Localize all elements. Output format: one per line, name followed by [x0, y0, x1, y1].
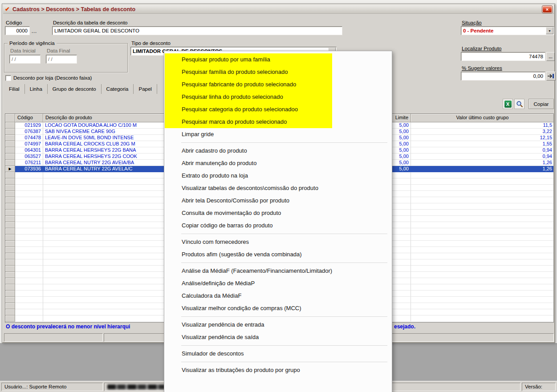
apply-suggest-button[interactable]	[546, 72, 556, 81]
menu-item[interactable]: Pesquisar produto por uma família	[165, 53, 391, 66]
descricao-field[interactable]: LIMITADOR GERAL DE DESCONTO	[52, 26, 342, 35]
export-excel-button[interactable]: X	[503, 99, 513, 109]
row-marker	[5, 272, 15, 278]
cell-valor	[411, 234, 554, 241]
excel-icon: X	[504, 101, 512, 108]
codigo-value: 0000	[16, 28, 28, 33]
situacao-label: Situação	[462, 20, 482, 25]
cell-valor	[411, 272, 554, 278]
header-codigo[interactable]: Código	[15, 114, 43, 122]
menu-item[interactable]: Limpar gride	[165, 128, 391, 141]
sugerir-field[interactable]: 0,00	[461, 72, 545, 81]
cell-codigo	[15, 178, 43, 185]
menu-item[interactable]: Pesquisar família do produto selecionado	[165, 66, 391, 78]
menu-item[interactable]: Pesquisar categoria do produto seleciona…	[165, 103, 391, 116]
menu-item[interactable]: Copiar código de barras do produto	[165, 219, 391, 232]
row-marker	[5, 247, 15, 253]
row-marker	[5, 222, 15, 228]
cell-codigo	[15, 315, 43, 322]
tab-filial[interactable]: Filial	[4, 84, 25, 94]
menu-item[interactable]: Visualizar pendência de saída	[165, 331, 391, 344]
cell-codigo	[15, 303, 43, 309]
menu-separator	[181, 316, 387, 317]
row-marker	[5, 203, 15, 210]
menu-separator	[181, 263, 387, 263]
row-marker	[5, 135, 15, 141]
header-marker	[5, 114, 15, 122]
row-marker	[5, 147, 15, 154]
codigo-browse-button[interactable]: ...	[32, 28, 37, 34]
menu-item[interactable]: Visualizar melhor condição de compras (M…	[165, 302, 391, 315]
apply-suggest-icon	[548, 73, 554, 79]
desconto-loja-label: Desconto por loja (Desconto faixa)	[13, 75, 92, 81]
row-marker	[5, 291, 15, 297]
menu-item[interactable]: Abrir cadastro do produto	[165, 145, 391, 157]
menu-item[interactable]: Análise/definição de MédiaP	[165, 277, 391, 290]
sugerir-label: % Sugerir valores	[462, 65, 502, 71]
periodo-label: Período de vigência	[8, 40, 57, 46]
menu-item[interactable]: Pesquisar fabricante do produto selecion…	[165, 78, 391, 91]
copiar-button[interactable]: Copiar	[529, 99, 554, 109]
menu-item[interactable]: Abrir manutenção do produto	[165, 157, 391, 170]
situacao-combo[interactable]: 0 - Pendente ▼	[461, 26, 554, 35]
statusbar-user-cell: Usuário...: Suporte Remoto	[1, 383, 103, 391]
menu-item[interactable]: Extrato do produto na loja	[165, 170, 391, 182]
situacao-dropdown-icon[interactable]: ▼	[546, 27, 553, 34]
cell-valor	[411, 228, 554, 234]
menu-separator	[181, 142, 387, 143]
cell-codigo	[15, 247, 43, 253]
row-marker	[5, 234, 15, 241]
search-product-button[interactable]	[514, 99, 524, 109]
menu-item[interactable]: Visualizar as tributações do produto por…	[165, 364, 391, 376]
row-marker	[5, 160, 15, 166]
tab-papel[interactable]: Papel	[134, 84, 157, 94]
statusbar-version-text: Versão:	[525, 384, 542, 389]
cell-valor: 11,5	[411, 122, 554, 129]
tab-grupo-desconto[interactable]: Grupo de desconto	[48, 84, 102, 94]
menu-item[interactable]: Vínculo com fornecedores	[165, 236, 391, 248]
menu-item[interactable]: Pesquisar linha do produto selecionado	[165, 91, 391, 103]
data-final-label: Data Final	[47, 48, 70, 53]
header-valor[interactable]: Valor último custo grupo	[411, 114, 554, 122]
row-marker	[5, 185, 15, 191]
menu-item[interactable]: Abrir tela Desconto/Comissão por produto	[165, 194, 391, 207]
menu-separator	[181, 234, 387, 234]
cell-codigo: 064301	[15, 147, 43, 154]
menu-item[interactable]: Análise da MédiaF (Faceamento/Financiame…	[165, 265, 391, 277]
menu-item[interactable]: Visualizar pendência de entrada	[165, 319, 391, 331]
menu-item[interactable]: Simulador de descontos	[165, 348, 391, 360]
descricao-value: LIMITADOR GERAL DE DESCONTO	[54, 28, 139, 33]
row-marker	[5, 241, 15, 247]
cell-codigo	[15, 234, 43, 241]
cell-codigo: 074997	[15, 141, 43, 147]
cell-codigo	[15, 297, 43, 303]
desconto-loja-checkbox[interactable]	[5, 75, 11, 81]
row-marker	[5, 228, 15, 234]
row-marker	[5, 172, 15, 178]
cell-codigo: 021929	[15, 122, 43, 129]
close-button[interactable]: ×	[542, 6, 552, 13]
statusbar-user-text: Usuário...: Suporte Remoto	[4, 384, 66, 389]
cell-codigo: 076387	[15, 129, 43, 135]
menu-item[interactable]: Consulta de movimentação do produto	[165, 207, 391, 219]
menu-item[interactable]: Pesquisar marca do produto selecionado	[165, 116, 391, 128]
cell-valor: 12,15	[411, 135, 554, 141]
menu-separator	[181, 362, 387, 362]
cell-valor: 1,55	[411, 141, 554, 147]
localizar-field[interactable]: 74478	[461, 52, 545, 61]
menu-item[interactable]: Visualizar tabelas de descontos\comissão…	[165, 182, 391, 194]
menu-item[interactable]: Calculadora da MédiaF	[165, 290, 391, 302]
localizar-browse-button[interactable]: ...	[546, 52, 555, 61]
cell-valor	[411, 210, 554, 216]
cell-codigo: 073936	[15, 166, 43, 172]
tab-categoria[interactable]: Categoria	[102, 84, 134, 94]
data-final-field[interactable]: / /	[46, 55, 77, 64]
window-titlebar[interactable]: ✔ Cadastros > Descontos > Tabelas de des…	[3, 5, 554, 14]
cell-valor	[411, 259, 554, 266]
cell-valor	[411, 185, 554, 191]
menu-item[interactable]: Produtos afim (sugestão de venda combina…	[165, 248, 391, 261]
tab-linha[interactable]: Linha	[25, 84, 48, 94]
data-inicial-field[interactable]: / /	[9, 55, 41, 64]
codigo-field[interactable]: 0000	[5, 26, 30, 35]
cell-codigo	[15, 191, 43, 197]
